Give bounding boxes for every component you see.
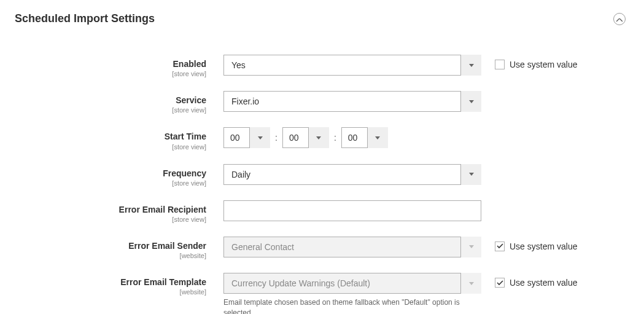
scope-error-sender: [website] bbox=[15, 252, 206, 259]
field-frequency: Frequency [store view] bbox=[15, 164, 626, 187]
error-template-select-value bbox=[223, 273, 481, 294]
service-select-value[interactable] bbox=[223, 91, 481, 112]
label-error-template: Error Email Template bbox=[15, 277, 206, 288]
section-title: Scheduled Import Settings bbox=[15, 12, 155, 25]
scope-start-time: [store view] bbox=[15, 143, 206, 151]
start-time-second-value[interactable] bbox=[341, 127, 388, 148]
enabled-select-value[interactable] bbox=[223, 55, 481, 76]
field-start-time: Start Time [store view] : : bbox=[15, 127, 626, 150]
error-sender-use-system-label: Use system value bbox=[510, 241, 577, 251]
service-select[interactable] bbox=[223, 91, 481, 112]
start-time-hour-select[interactable] bbox=[223, 127, 270, 148]
scope-enabled: [store view] bbox=[15, 70, 206, 77]
error-template-select bbox=[223, 273, 481, 294]
enabled-use-system-checkbox[interactable] bbox=[495, 60, 505, 69]
scope-error-template: [website] bbox=[15, 288, 206, 296]
start-time-minute-select[interactable] bbox=[282, 127, 329, 148]
error-recipient-input[interactable] bbox=[223, 200, 481, 221]
time-separator: : bbox=[275, 133, 277, 143]
field-enabled: Enabled [store view] Use system value bbox=[15, 55, 626, 77]
field-service: Service [store view] bbox=[15, 91, 626, 114]
label-error-sender: Error Email Sender bbox=[15, 240, 206, 251]
enabled-use-system-label: Use system value bbox=[510, 60, 577, 69]
scope-error-recipient: [store view] bbox=[15, 216, 206, 223]
error-template-use-system-checkbox[interactable] bbox=[495, 278, 505, 288]
error-sender-select bbox=[223, 237, 481, 257]
frequency-select[interactable] bbox=[223, 164, 481, 185]
label-error-recipient: Error Email Recipient bbox=[15, 204, 206, 215]
label-frequency: Frequency bbox=[15, 168, 206, 179]
label-start-time: Start Time bbox=[15, 131, 206, 142]
error-sender-use-system-checkbox[interactable] bbox=[495, 241, 505, 251]
time-separator: : bbox=[334, 133, 336, 143]
start-time-second-select[interactable] bbox=[341, 127, 388, 148]
collapse-toggle[interactable] bbox=[613, 13, 626, 25]
error-sender-select-value bbox=[223, 237, 481, 257]
label-enabled: Enabled bbox=[15, 58, 206, 69]
enabled-select[interactable] bbox=[223, 55, 481, 76]
start-time-hour-value[interactable] bbox=[223, 127, 270, 148]
field-error-sender: Error Email Sender [website] Use system … bbox=[15, 237, 626, 259]
frequency-select-value[interactable] bbox=[223, 164, 481, 185]
start-time-minute-value[interactable] bbox=[282, 127, 329, 148]
error-template-help: Email template chosen based on theme fal… bbox=[223, 297, 481, 314]
error-template-use-system-label: Use system value bbox=[510, 278, 577, 288]
chevron-up-icon bbox=[616, 14, 623, 25]
field-error-recipient: Error Email Recipient [store view] bbox=[15, 200, 626, 223]
field-error-template: Error Email Template [website] Email tem… bbox=[15, 273, 626, 314]
scope-service: [store view] bbox=[15, 106, 206, 114]
scope-frequency: [store view] bbox=[15, 179, 206, 187]
label-service: Service bbox=[15, 95, 206, 106]
